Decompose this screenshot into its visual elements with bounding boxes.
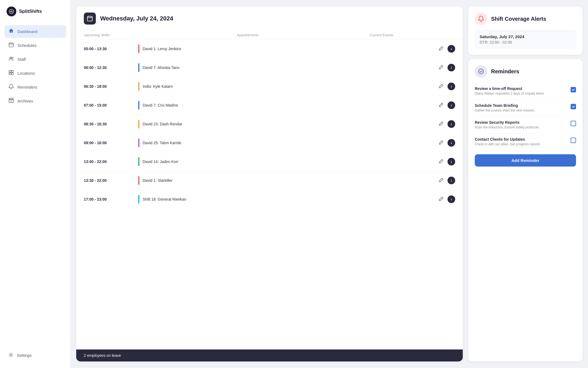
svg-rect-29 xyxy=(451,199,452,201)
svg-rect-17 xyxy=(451,86,452,88)
shift-name: David 1: Leroy Jenkins xyxy=(143,47,181,51)
edit-shift-button[interactable] xyxy=(438,176,445,185)
reminders-title: Reminders xyxy=(491,68,519,75)
shift-actions xyxy=(438,82,455,91)
home-icon xyxy=(8,28,14,35)
svg-rect-27 xyxy=(451,180,452,182)
list-item: Schedule Team Briefing Gather the counci… xyxy=(475,99,576,116)
edit-shift-button[interactable] xyxy=(438,120,445,128)
list-item: Review Security Reports Scan the holocro… xyxy=(475,116,576,133)
reminder-checkbox[interactable] xyxy=(571,138,576,143)
edit-shift-button[interactable] xyxy=(438,101,445,109)
logo-icon xyxy=(7,7,16,16)
reminder-checkbox[interactable] xyxy=(571,104,576,109)
main-nav: Dashboard Schedules Staff xyxy=(4,25,66,108)
edit-shift-button[interactable] xyxy=(438,82,445,91)
leave-bar: 2 employees on leave xyxy=(76,349,463,361)
edit-shift-button[interactable] xyxy=(438,139,445,147)
table-row: 05:00 - 13:30 David 1: Leroy Jenkins xyxy=(76,40,463,58)
svg-rect-8 xyxy=(9,98,13,99)
reminder-desc: Scan the holocrons. Ensure safety protoc… xyxy=(475,125,567,129)
sidebar-item-dashboard[interactable]: Dashboard xyxy=(4,25,66,38)
reminder-title: Contact Clients for Updates xyxy=(475,137,567,141)
shift-name: David 23: Dash Rendar xyxy=(143,122,182,126)
sidebar-item-locations[interactable]: Locations xyxy=(4,67,66,80)
shift-actions xyxy=(438,195,455,203)
edit-shift-button[interactable] xyxy=(438,64,445,72)
shift-info: David 1: Starkiller xyxy=(138,176,438,185)
shift-name: Indio: Kyle Katarn xyxy=(143,84,173,89)
shift-actions xyxy=(438,101,455,109)
shift-info: David 25: Talon Karrde xyxy=(138,138,438,147)
svg-point-3 xyxy=(12,57,13,59)
app-name: SplitShifts xyxy=(19,9,42,14)
shift-name: David 14: Jaden Korr xyxy=(143,159,179,164)
table-row: 08:30 - 16:30 David 23: Dash Rendar xyxy=(76,115,463,134)
edit-shift-button[interactable] xyxy=(438,158,445,166)
info-shift-button[interactable] xyxy=(448,158,455,165)
sidebar-item-archives[interactable]: Archives xyxy=(4,95,66,107)
svg-point-18 xyxy=(451,104,452,105)
info-shift-button[interactable] xyxy=(448,101,455,109)
info-shift-button[interactable] xyxy=(448,120,455,128)
shift-actions xyxy=(438,45,455,53)
locations-icon xyxy=(8,70,14,77)
svg-point-16 xyxy=(451,86,452,86)
shift-time: 08:30 - 16:30 xyxy=(84,122,138,126)
sidebar-item-schedules[interactable]: Schedules xyxy=(4,39,66,52)
reminders-list: Review a time-off Request Diana Walker r… xyxy=(475,83,576,150)
shifts-list: 05:00 - 13:30 David 1: Leroy Jenkins xyxy=(76,40,463,349)
info-shift-button[interactable] xyxy=(448,139,455,147)
shift-time: 07:00 - 15:00 xyxy=(84,103,138,107)
sidebar-item-reminders[interactable]: Reminders xyxy=(4,81,66,93)
shift-name: David 1: Starkiller xyxy=(143,178,173,183)
staff-icon xyxy=(8,56,14,63)
shift-info: David 23: Dash Rendar xyxy=(138,120,438,128)
main-content: Wednesday, July 24, 2024 Upcoming Shifts… xyxy=(71,0,588,368)
settings-label: Settings xyxy=(17,353,32,358)
add-reminder-button[interactable]: Add Reminder xyxy=(475,154,576,167)
svg-point-0 xyxy=(9,9,14,14)
shift-info: Indio: Kyle Katarn xyxy=(138,82,438,91)
sidebar-item-schedules-label: Schedules xyxy=(17,43,36,48)
edit-shift-button[interactable] xyxy=(438,45,445,53)
reminder-checkbox[interactable] xyxy=(571,121,576,126)
table-header: Upcoming Shifts Appointments Current Eve… xyxy=(76,31,463,40)
sidebar-item-staff[interactable]: Staff xyxy=(4,53,66,66)
info-shift-button[interactable] xyxy=(448,83,455,90)
reminder-text: Review Security Reports Scan the holocro… xyxy=(475,120,567,129)
shift-info: Shift 18: General Rieekan xyxy=(138,195,438,204)
shift-bar xyxy=(138,195,139,204)
shift-bar xyxy=(138,120,139,128)
info-shift-button[interactable] xyxy=(448,195,455,203)
bell-icon xyxy=(8,84,14,91)
sidebar-item-settings[interactable]: Settings xyxy=(4,349,66,361)
table-row: 06:30 - 18:00 Indio: Kyle Katarn xyxy=(76,77,463,96)
svg-point-22 xyxy=(451,142,452,143)
shift-actions xyxy=(438,176,455,185)
info-shift-button[interactable] xyxy=(448,45,455,53)
coverage-title-row: Shift Coverage Alerts xyxy=(475,13,576,25)
shift-time: 05:00 - 13:30 xyxy=(84,47,138,51)
svg-rect-23 xyxy=(451,143,452,144)
info-shift-button[interactable] xyxy=(448,64,455,71)
reminder-text: Schedule Team Briefing Gather the counci… xyxy=(475,103,567,112)
shift-info: David 7: Crix Madine xyxy=(138,101,438,110)
table-row: 13:30 - 22:00 David 1: Starkiller xyxy=(76,171,463,190)
shift-name: David 25: Talon Karrde xyxy=(143,141,181,145)
sidebar-item-archives-label: Archives xyxy=(17,99,33,103)
edit-shift-button[interactable] xyxy=(438,195,445,203)
info-shift-button[interactable] xyxy=(448,177,455,184)
shift-time: 17:00 - 23:00 xyxy=(84,197,138,201)
reminder-checkbox[interactable] xyxy=(571,87,576,92)
sidebar: SplitShifts Dashboard Schedules xyxy=(0,0,71,368)
archive-icon xyxy=(8,98,14,104)
reminder-text: Review a time-off Request Diana Walker r… xyxy=(475,86,567,95)
svg-rect-6 xyxy=(9,73,11,75)
reminder-desc: Check in with our allies. Get progress r… xyxy=(475,142,567,146)
settings-icon xyxy=(8,352,14,358)
reminder-desc: Gather the council. Plan the next missio… xyxy=(475,108,567,112)
shift-actions xyxy=(438,139,455,147)
shift-time: 09:00 - 16:00 xyxy=(84,141,138,145)
table-row: 17:00 - 23:00 Shift 18: General Rieekan xyxy=(76,190,463,209)
